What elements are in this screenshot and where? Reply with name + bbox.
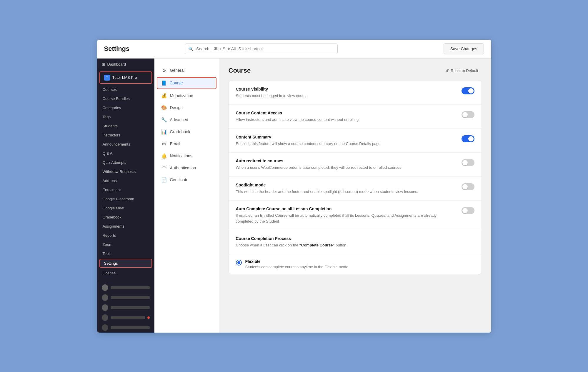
dashboard-label: Dashboard <box>107 62 126 66</box>
setting-row-spotlight-mode: Spotlight modeThis will hide the header … <box>229 177 482 201</box>
radio-flexible-label: Flexible <box>245 259 348 264</box>
toggle-course-content-access[interactable] <box>462 111 474 118</box>
toggle-spotlight-mode[interactable] <box>462 183 474 190</box>
sidebar-item-enrollment[interactable]: Enrollment <box>97 185 154 194</box>
setting-desc-completion-process: Choose when a user can click on the "Com… <box>236 242 467 248</box>
setting-label-auto-redirect: Auto redirect to courses <box>236 159 454 163</box>
sidebar-nav: CoursesCourse BundlesCategoriesTagsStude… <box>97 85 154 278</box>
settings-nav: ⚙General📘Course💰Monetization🎨Design🔧Adva… <box>154 59 219 333</box>
reset-icon: ↺ <box>446 69 449 73</box>
certificate-nav-label: Certificate <box>170 177 189 182</box>
sidebar-item-google-classroom[interactable]: Google Classroom <box>97 194 154 203</box>
settings-nav-item-monetization[interactable]: 💰Monetization <box>154 90 219 102</box>
content-area: Course ↺ Reset to Default Course Visibil… <box>219 59 491 333</box>
setting-info-content-summary: Content SummaryEnabling this feature wil… <box>236 135 462 147</box>
toggle-auto-redirect[interactable] <box>462 159 474 166</box>
sidebar-item-announcements[interactable]: Announcements <box>97 140 154 149</box>
settings-nav-item-design[interactable]: 🎨Design <box>154 102 219 114</box>
certificate-nav-icon: 📄 <box>161 177 167 183</box>
sidebar-item-reports[interactable]: Reports <box>97 231 154 240</box>
setting-desc-auto-complete: If enabled, an Enrolled Course will be a… <box>236 213 454 224</box>
search-icon: 🔍 <box>188 46 193 51</box>
setting-row-auto-redirect: Auto redirect to coursesWhen a user's Wo… <box>229 153 482 177</box>
settings-nav-item-notifications[interactable]: 🔔Notifications <box>154 150 219 162</box>
radio-flexible-btn[interactable] <box>236 260 242 266</box>
user-name-5 <box>111 326 150 329</box>
content-header: Course ↺ Reset to Default <box>229 67 482 75</box>
notifications-nav-icon: 🔔 <box>161 153 167 159</box>
sidebar-item-quiz-attempts[interactable]: Quiz Attempts <box>97 158 154 167</box>
user-name-4 <box>111 316 145 319</box>
sidebar-item-instructors[interactable]: Instructors <box>97 131 154 140</box>
advanced-nav-icon: 🔧 <box>161 117 167 123</box>
settings-nav-item-email[interactable]: ✉Email <box>154 138 219 150</box>
tutor-pro-icon: T <box>104 75 110 81</box>
settings-area: ⚙General📘Course💰Monetization🎨Design🔧Adva… <box>154 59 491 333</box>
sidebar-item-tools[interactable]: Tools <box>97 249 154 258</box>
header: Settings 🔍 Save Changes <box>97 40 491 59</box>
email-nav-label: Email <box>170 141 180 146</box>
notification-dot <box>147 316 150 319</box>
setting-info-auto-redirect: Auto redirect to coursesWhen a user's Wo… <box>236 159 462 171</box>
design-nav-icon: 🎨 <box>161 105 167 111</box>
sidebar-item-assignments[interactable]: Assignments <box>97 222 154 231</box>
sidebar-bottom <box>97 280 154 333</box>
save-button[interactable]: Save Changes <box>444 43 484 54</box>
monetization-nav-label: Monetization <box>170 93 193 98</box>
sidebar-item-categories[interactable]: Categories <box>97 103 154 112</box>
setting-row-content-summary: Content SummaryEnabling this feature wil… <box>229 129 482 153</box>
monetization-nav-icon: 💰 <box>161 93 167 99</box>
sidebar-item-courses[interactable]: Courses <box>97 85 154 94</box>
radio-flexible-row: Flexible Students can complete courses a… <box>229 254 482 274</box>
sidebar-item-zoom[interactable]: Zoom <box>97 240 154 249</box>
notifications-nav-label: Notifications <box>170 154 192 158</box>
settings-nav-item-authentication[interactable]: 🛡Authentication <box>154 162 219 174</box>
sidebar-item-dashboard[interactable]: ⊞ Dashboard <box>97 59 154 70</box>
design-nav-label: Design <box>170 105 183 110</box>
gradebook-nav-label: Gradebook <box>170 129 190 134</box>
main-layout: ⊞ Dashboard T Tutor LMS Pro CoursesCours… <box>97 59 491 333</box>
content-title: Course <box>229 67 251 74</box>
setting-info-course-content-access: Course Content AccessAllow instructors a… <box>236 111 462 123</box>
user-name-1 <box>111 286 150 289</box>
search-input[interactable] <box>185 44 338 54</box>
sidebar-item-course-bundles[interactable]: Course Bundles <box>97 94 154 103</box>
toggle-content-summary[interactable] <box>462 135 474 142</box>
settings-nav-item-gradebook[interactable]: 📊Gradebook <box>154 126 219 138</box>
sidebar-item-add-ons[interactable]: Add-ons <box>97 176 154 185</box>
settings-nav-item-course[interactable]: 📘Course <box>157 77 216 89</box>
sidebar-item-settings[interactable]: Settings <box>99 259 152 268</box>
settings-nav-item-general[interactable]: ⚙General <box>154 64 219 76</box>
setting-row-completion-process: Course Completion ProcessChoose when a u… <box>229 230 482 254</box>
authentication-nav-icon: 🛡 <box>161 165 167 171</box>
avatar-1 <box>102 284 108 291</box>
toggle-auto-complete[interactable] <box>462 207 474 214</box>
radio-flexible-info: Flexible Students can complete courses a… <box>245 259 348 269</box>
tutor-pro-label: Tutor LMS Pro <box>112 75 137 80</box>
sidebar-item-google-meet[interactable]: Google Meet <box>97 203 154 213</box>
sidebar-item-qa[interactable]: Q & A <box>97 149 154 158</box>
user-name-3 <box>111 306 150 309</box>
advanced-nav-label: Advanced <box>170 117 188 122</box>
toggle-course-visibility[interactable] <box>462 87 474 94</box>
settings-nav-item-certificate[interactable]: 📄Certificate <box>154 174 219 186</box>
setting-desc-content-summary: Enabling this feature will show a course… <box>236 141 454 147</box>
sidebar-item-students[interactable]: Students <box>97 121 154 131</box>
general-nav-label: General <box>170 68 185 73</box>
sidebar-item-tags[interactable]: Tags <box>97 112 154 121</box>
setting-row-auto-complete: Auto Complete Course on all Lesson Compl… <box>229 201 482 230</box>
email-nav-icon: ✉ <box>161 141 167 147</box>
sidebar-item-license[interactable]: License <box>97 268 154 278</box>
setting-desc-spotlight-mode: This will hide the header and the footer… <box>236 189 454 195</box>
sidebar-item-withdraw-requests[interactable]: Withdraw Requests <box>97 167 154 176</box>
setting-info-auto-complete: Auto Complete Course on all Lesson Compl… <box>236 206 462 224</box>
sidebar-item-gradebook[interactable]: Gradebook <box>97 213 154 222</box>
setting-desc-auto-redirect: When a user's WooCommerce order is auto-… <box>236 165 454 171</box>
course-nav-icon: 📘 <box>161 80 167 86</box>
settings-nav-item-advanced[interactable]: 🔧Advanced <box>154 114 219 126</box>
setting-desc-course-content-access: Allow instructors and admins to view the… <box>236 117 454 123</box>
search-container: 🔍 <box>185 44 338 54</box>
tutor-pro-item[interactable]: T Tutor LMS Pro <box>99 71 152 84</box>
setting-label-content-summary: Content Summary <box>236 135 454 139</box>
reset-button[interactable]: ↺ Reset to Default <box>442 67 482 75</box>
